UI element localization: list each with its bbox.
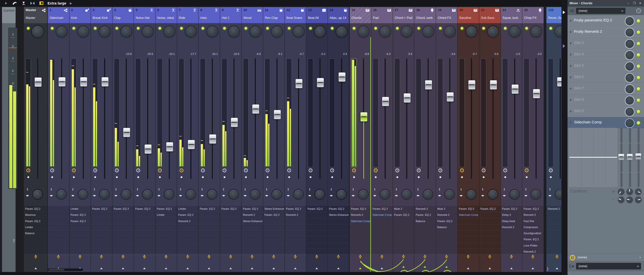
- enable-led[interactable]: [27, 27, 30, 30]
- send-switch-icon[interactable]: [336, 254, 340, 259]
- plugin-slot[interactable]: Sidechain Comp: [371, 212, 393, 218]
- swing-clock-icon[interactable]: [136, 168, 140, 173]
- plugin-slot[interactable]: [306, 224, 328, 230]
- plugin-slot[interactable]: Limiter: [69, 206, 91, 212]
- mute-led[interactable]: [288, 176, 290, 178]
- route-up-small-icon[interactable]: [208, 267, 210, 269]
- plugin-slot[interactable]: Param. EQ 2: [242, 206, 263, 212]
- fx-slot-sidechain-comp[interactable]: Sidechain Comp: [568, 117, 644, 128]
- zoom-chevron-icon[interactable]: ▶: [70, 2, 72, 5]
- mute-led[interactable]: [202, 176, 204, 178]
- volume-fader-track[interactable]: [104, 58, 105, 179]
- track-header[interactable]: 23Chop FX: [522, 7, 544, 23]
- send-switch-icon[interactable]: [207, 254, 211, 259]
- plugin-slot[interactable]: [91, 243, 112, 249]
- track-pan-knob[interactable]: [207, 26, 218, 37]
- plugin-slot[interactable]: Param. EQ 2: [458, 206, 479, 212]
- stereo-knob[interactable]: [229, 190, 238, 199]
- current-up-arrow-icon[interactable]: ⇧: [12, 238, 16, 244]
- swing-clock-icon[interactable]: [352, 168, 356, 173]
- volume-fader-handle[interactable]: [123, 128, 130, 137]
- plugin-slot[interactable]: [350, 230, 371, 236]
- stereo-knob[interactable]: [510, 190, 519, 199]
- plugin-slot[interactable]: Love Philter: [522, 243, 544, 249]
- plugin-slot[interactable]: [306, 218, 328, 224]
- send-switch-icon[interactable]: [315, 254, 319, 259]
- swing-clock-icon[interactable]: [222, 168, 227, 173]
- plugin-slot[interactable]: [436, 243, 457, 249]
- plugin-slot[interactable]: [350, 243, 371, 249]
- plugin-slot[interactable]: [220, 212, 242, 218]
- minimize-button[interactable]: –: [625, 0, 631, 7]
- slot-mix-knob[interactable]: [625, 84, 634, 94]
- enable-led[interactable]: [482, 27, 485, 30]
- slot-enable-led[interactable]: [636, 87, 640, 91]
- mixer-track-wood[interactable]: 10Wood-6.6▲▼◀▶Param. EQ 2Reeverb 2Stereo…: [242, 7, 263, 272]
- plugin-slot[interactable]: [479, 224, 501, 230]
- route-up-small-icon[interactable]: [489, 267, 491, 269]
- plugin-slot[interactable]: [393, 236, 414, 243]
- track-header[interactable]: 13Beat All: [306, 7, 328, 23]
- mute-led[interactable]: [159, 176, 161, 178]
- send-switch-icon[interactable]: [56, 254, 60, 259]
- plugin-slot[interactable]: Param. EQ 2: [220, 206, 242, 212]
- plugin-slot[interactable]: [91, 212, 112, 218]
- time-clock-icon[interactable]: [570, 255, 576, 261]
- plugin-slot[interactable]: Reeverb 2: [285, 212, 306, 218]
- plugin-slot[interactable]: Balance: [24, 230, 47, 236]
- plugin-slot[interactable]: [112, 224, 134, 230]
- plugin-slot[interactable]: Stereo Enhancer: [242, 218, 263, 224]
- mute-led[interactable]: [94, 176, 96, 178]
- stereo-knob[interactable]: [359, 190, 368, 199]
- track-header[interactable]: 3Break Kick: [91, 7, 112, 23]
- send-switch-icon[interactable]: [445, 254, 449, 259]
- stereo-knob[interactable]: [100, 190, 109, 199]
- collapse-icon[interactable]: [30, 2, 35, 5]
- plugin-slot[interactable]: [328, 249, 349, 255]
- swing-clock-icon[interactable]: [158, 168, 162, 173]
- stereo-knob[interactable]: [272, 190, 281, 199]
- plugin-slot[interactable]: [48, 230, 69, 236]
- slot-mix-knob[interactable]: [625, 118, 634, 128]
- plugin-slot[interactable]: [220, 218, 242, 224]
- plugin-slot[interactable]: Param. EQ 2: [134, 206, 155, 212]
- track-header[interactable]: 16Pad: [371, 7, 393, 23]
- volume-fader-track[interactable]: [61, 58, 62, 179]
- volume-fader-track[interactable]: [493, 58, 494, 179]
- plugin-slot[interactable]: [458, 218, 479, 224]
- enable-led[interactable]: [51, 27, 54, 30]
- volume-fader-handle[interactable]: [317, 78, 324, 87]
- route-up-small-icon[interactable]: [467, 267, 469, 269]
- plugin-slot[interactable]: [69, 236, 91, 243]
- plugin-slot[interactable]: [414, 243, 436, 249]
- volume-fader-track[interactable]: [298, 58, 299, 179]
- slot-mix-knob[interactable]: [625, 73, 634, 83]
- slot-mix-knob[interactable]: [625, 39, 634, 49]
- plugin-slot[interactable]: [91, 218, 112, 224]
- plugin-slot[interactable]: [414, 230, 436, 236]
- plugin-slot[interactable]: [458, 243, 479, 249]
- volume-fader-handle[interactable]: [295, 79, 303, 88]
- enable-led[interactable]: [115, 27, 118, 30]
- mute-led[interactable]: [181, 176, 182, 178]
- track-header[interactable]: 21Sub Bass: [479, 7, 501, 23]
- plugin-slot[interactable]: [48, 212, 69, 218]
- stereo-knob[interactable]: [423, 190, 432, 199]
- plugin-slot[interactable]: Param. EQ 2: [414, 212, 436, 218]
- slot-arrow-icon[interactable]: [570, 76, 572, 79]
- fx-slot-slot-9[interactable]: Slot 9: [568, 106, 644, 117]
- send-switch-icon[interactable]: [250, 254, 254, 259]
- plugin-slot[interactable]: Delay bank: [501, 218, 522, 224]
- enable-led[interactable]: [180, 27, 183, 30]
- plugin-slot[interactable]: [134, 236, 155, 243]
- swing-clock-icon[interactable]: [26, 168, 30, 173]
- plugin-slot[interactable]: [177, 249, 198, 255]
- route-up-small-icon[interactable]: [532, 267, 534, 269]
- plugin-slot[interactable]: [69, 243, 91, 249]
- swing-clock-icon[interactable]: [265, 168, 270, 173]
- swing-clock-icon[interactable]: [438, 168, 442, 173]
- volume-fader-handle[interactable]: [231, 118, 238, 127]
- eq-band1-handle[interactable]: [618, 154, 624, 160]
- volume-fader-handle[interactable]: [58, 77, 66, 87]
- fx-slot-slot-5[interactable]: Slot 5: [568, 60, 644, 72]
